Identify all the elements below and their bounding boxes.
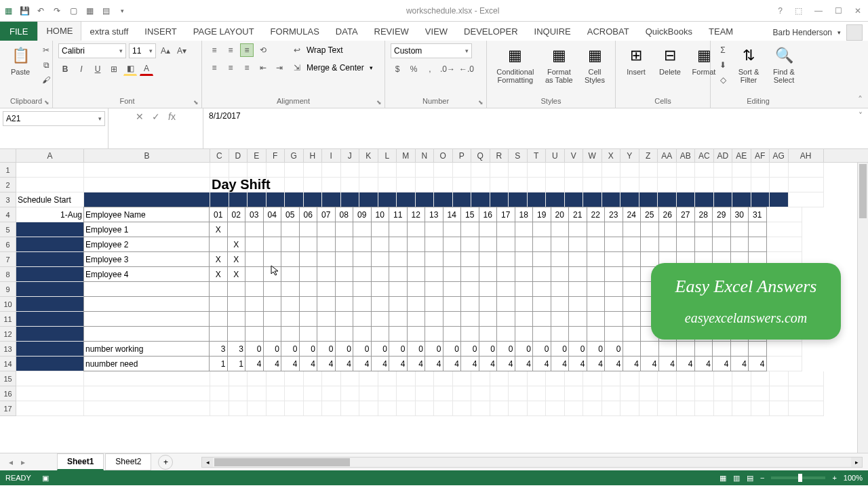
user-dropdown-icon[interactable]: ▾ bbox=[837, 29, 841, 36]
cell[interactable] bbox=[714, 178, 733, 192]
cell[interactable] bbox=[378, 163, 397, 178]
cell[interactable] bbox=[639, 178, 658, 192]
cell[interactable]: 21 bbox=[568, 207, 587, 222]
cell[interactable] bbox=[341, 386, 360, 401]
cell[interactable]: 4 bbox=[335, 356, 354, 371]
cell[interactable] bbox=[371, 266, 390, 282]
col-header[interactable]: I bbox=[322, 149, 341, 162]
cell[interactable] bbox=[789, 192, 824, 207]
cell[interactable] bbox=[353, 281, 372, 297]
cell[interactable]: 4 bbox=[658, 356, 677, 371]
cut-icon[interactable]: ✂ bbox=[39, 43, 53, 57]
cell[interactable] bbox=[245, 311, 264, 327]
cell[interactable] bbox=[694, 341, 713, 357]
col-header[interactable]: Z bbox=[639, 149, 658, 162]
format-as-table-button[interactable]: ▦Format as Table bbox=[542, 43, 576, 85]
cell[interactable]: 09 bbox=[353, 207, 372, 222]
cell[interactable] bbox=[789, 386, 824, 401]
cell[interactable]: 1 bbox=[209, 356, 228, 371]
cell[interactable] bbox=[229, 192, 248, 207]
cell[interactable] bbox=[16, 163, 84, 178]
tab-inquire[interactable]: INQUIRE bbox=[526, 22, 579, 41]
cell[interactable] bbox=[267, 163, 285, 178]
cell[interactable]: 4 bbox=[748, 356, 767, 371]
cell[interactable] bbox=[353, 237, 372, 252]
cell[interactable] bbox=[335, 266, 354, 282]
cell[interactable] bbox=[425, 237, 443, 252]
cell[interactable]: 16 bbox=[479, 207, 498, 222]
cell[interactable] bbox=[714, 401, 733, 416]
cell[interactable]: 0 bbox=[443, 341, 462, 357]
cell[interactable] bbox=[16, 401, 84, 416]
row-header[interactable]: 1 bbox=[0, 163, 16, 178]
tab-home[interactable]: HOME bbox=[37, 21, 81, 41]
cell[interactable] bbox=[551, 296, 570, 312]
cell[interactable] bbox=[335, 222, 354, 237]
cell[interactable] bbox=[443, 311, 462, 327]
col-header[interactable]: T bbox=[528, 149, 547, 162]
cell[interactable] bbox=[677, 163, 696, 178]
cell[interactable]: 4 bbox=[353, 356, 372, 371]
cell[interactable] bbox=[16, 386, 84, 401]
cell[interactable]: X bbox=[209, 266, 228, 282]
cell[interactable] bbox=[83, 311, 210, 327]
cell[interactable] bbox=[565, 178, 584, 192]
cell[interactable] bbox=[528, 401, 547, 416]
cell[interactable] bbox=[515, 251, 534, 267]
cell[interactable] bbox=[353, 296, 372, 312]
cell[interactable] bbox=[714, 163, 733, 178]
cell[interactable] bbox=[639, 401, 658, 416]
cell[interactable] bbox=[281, 281, 300, 297]
col-header[interactable]: AD bbox=[714, 149, 733, 162]
col-header[interactable]: J bbox=[341, 149, 360, 162]
cell[interactable] bbox=[546, 371, 565, 386]
cell[interactable] bbox=[407, 237, 426, 252]
cell[interactable] bbox=[299, 222, 318, 237]
cell[interactable] bbox=[353, 311, 372, 327]
cell[interactable] bbox=[263, 222, 282, 237]
underline-button[interactable]: U bbox=[91, 62, 104, 76]
orientation-icon[interactable]: ⟲ bbox=[256, 43, 270, 57]
cell[interactable] bbox=[407, 281, 426, 297]
cell[interactable] bbox=[732, 401, 751, 416]
cell[interactable] bbox=[397, 401, 416, 416]
cell[interactable]: 4 bbox=[263, 356, 282, 371]
cell[interactable] bbox=[587, 296, 606, 312]
sheet-tab-sheet1[interactable]: Sheet1 bbox=[57, 453, 104, 470]
row-header[interactable]: 12 bbox=[0, 327, 16, 342]
expand-formula-icon[interactable]: ˅ bbox=[859, 111, 863, 121]
paste-button[interactable]: 📋 Paste bbox=[5, 43, 35, 77]
cell[interactable] bbox=[317, 266, 336, 282]
cell[interactable] bbox=[748, 341, 767, 357]
cell[interactable] bbox=[407, 222, 426, 237]
cell[interactable] bbox=[453, 386, 472, 401]
row-header[interactable]: 7 bbox=[0, 252, 16, 267]
cell[interactable] bbox=[587, 326, 606, 342]
cell[interactable] bbox=[587, 222, 606, 237]
cell[interactable] bbox=[604, 296, 623, 312]
cell[interactable] bbox=[568, 222, 587, 237]
cell[interactable] bbox=[496, 266, 515, 282]
cell[interactable] bbox=[623, 251, 642, 267]
cell[interactable]: Schedule Start bbox=[16, 192, 84, 207]
tab-acrobat[interactable]: ACROBAT bbox=[579, 22, 637, 41]
help-icon[interactable]: ? bbox=[778, 6, 783, 16]
cell[interactable] bbox=[460, 266, 479, 282]
cell[interactable] bbox=[695, 386, 714, 401]
cell[interactable] bbox=[263, 311, 282, 327]
cell[interactable] bbox=[453, 371, 472, 386]
ribbon-display-icon[interactable]: ⬚ bbox=[795, 6, 802, 16]
cell[interactable] bbox=[317, 222, 336, 237]
cell[interactable] bbox=[532, 296, 551, 312]
cell[interactable] bbox=[732, 178, 751, 192]
cell[interactable] bbox=[732, 386, 751, 401]
zoom-in-icon[interactable]: + bbox=[832, 474, 836, 482]
cell[interactable] bbox=[471, 163, 490, 178]
row-header[interactable]: 17 bbox=[0, 401, 16, 416]
vertical-scrollbar[interactable] bbox=[857, 163, 868, 453]
decrease-font-icon[interactable]: A▾ bbox=[175, 44, 189, 58]
cell[interactable] bbox=[227, 222, 246, 237]
cell[interactable] bbox=[281, 296, 300, 312]
cell[interactable] bbox=[83, 326, 210, 342]
cell[interactable] bbox=[16, 222, 84, 237]
